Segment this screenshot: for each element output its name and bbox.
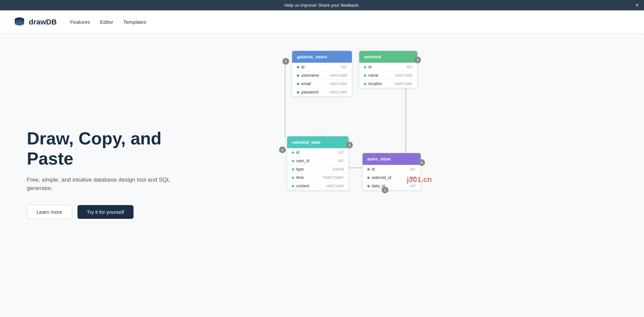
field-dot [367, 177, 370, 179]
node-astro-right: n [418, 159, 425, 166]
table-row: user_id INT [287, 156, 348, 165]
nav-templates[interactable]: Templates [123, 19, 146, 25]
banner-close-button[interactable]: × [636, 3, 639, 8]
try-it-button[interactable]: Try it for yourself [77, 205, 133, 219]
nav-features[interactable]: Features [70, 19, 90, 25]
table-row: location VARCHAR [359, 79, 417, 88]
table-row: username VARCHAR [292, 71, 352, 79]
logo-icon [13, 16, 25, 28]
table-row: password VARCHAR [292, 88, 352, 96]
logo-link[interactable]: drawDB [13, 16, 57, 28]
field-dot [292, 177, 294, 179]
field-dot [297, 74, 299, 77]
logo-text: drawDB [29, 18, 57, 26]
field-dot [292, 160, 294, 162]
table-row: type ENUM [287, 165, 348, 173]
table-row: id INT [292, 63, 352, 71]
table-astro-mine: astro_mine id INT asteroid_id INT data_i… [362, 153, 421, 190]
learn-more-button[interactable]: Learn more [27, 205, 72, 219]
field-dot [367, 168, 370, 171]
hero-section: Draw, Copy, and Paste Free, simple, and … [0, 34, 201, 314]
table-header-asteroid: asteroid [359, 51, 417, 63]
field-dot [292, 168, 294, 171]
table-row: id INT [287, 148, 348, 156]
table-row: id INT [359, 63, 417, 71]
navbar: drawDB Features Editor Templates [0, 10, 644, 34]
node-celestial-right: 1 [346, 142, 353, 148]
table-header-galactic-users: galactic_users [292, 51, 352, 63]
table-row: name VARCHAR [359, 71, 417, 79]
banner-text: Help us improve! Share your feedback. [284, 3, 360, 8]
node-asteroid-right: 1 [414, 57, 421, 63]
hero-title: Draw, Copy, and Paste [27, 129, 174, 169]
field-dot [364, 83, 366, 85]
table-asteroid: asteroid id INT name VARCHAR location VA… [359, 51, 418, 88]
main-content: Draw, Copy, and Paste Free, simple, and … [0, 34, 644, 314]
field-dot [297, 91, 299, 93]
table-row: content VARCHAR [287, 182, 348, 190]
svg-point-4 [15, 21, 24, 25]
table-header-celestial-data: celestial_data [287, 136, 348, 148]
field-dot [364, 74, 366, 77]
field-dot [364, 66, 366, 68]
node-galactic-left: 1 [282, 58, 289, 65]
nav-links: Features Editor Templates [70, 19, 146, 25]
diagram-area: galactic_users id INT username VARCHAR e… [195, 34, 644, 314]
table-header-astro-mine: astro_mine [363, 153, 421, 165]
hero-buttons: Learn more Try it for yourself [27, 205, 174, 219]
table-celestial-data: celestial_data id INT user_id INT type E… [287, 136, 349, 190]
hero-subtitle: Free, simple, and intuitive database des… [27, 176, 174, 193]
field-dot [292, 185, 294, 187]
table-row: time TIMESTAMP [287, 173, 348, 182]
field-dot [367, 185, 370, 187]
node-celestial-left: n [279, 146, 286, 153]
table-galactic-users: galactic_users id INT username VARCHAR e… [292, 51, 352, 97]
field-dot [297, 66, 299, 68]
field-dot [292, 151, 294, 154]
table-row: id INT [363, 165, 421, 173]
nav-editor[interactable]: Editor [100, 19, 113, 25]
field-dot [297, 83, 299, 85]
node-astro-bottom: 1 [382, 187, 388, 193]
table-row: asteroid_id INT [363, 173, 421, 182]
announcement-banner: Help us improve! Share your feedback. × [0, 0, 644, 10]
table-row: email VARCHAR [292, 79, 352, 88]
table-row: data_id INT [363, 182, 421, 190]
